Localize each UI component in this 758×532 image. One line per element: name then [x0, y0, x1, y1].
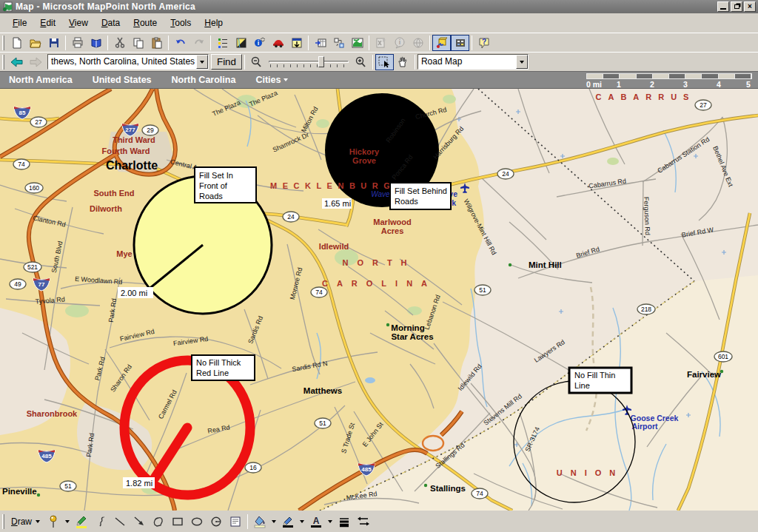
- map-viewport[interactable]: The Plaza The Plaza Milton Rd Shamrock D…: [0, 88, 758, 510]
- draw-menu-button[interactable]: Draw: [7, 515, 44, 528]
- close-button[interactable]: ×: [744, 1, 756, 12]
- nav-north-carolina[interactable]: North Carolina: [172, 75, 236, 85]
- pushpin-button[interactable]: [44, 513, 63, 531]
- pan-tool-button[interactable]: [394, 54, 412, 70]
- scale-cell: [719, 74, 735, 78]
- line-color-icon: [281, 515, 295, 528]
- print-button[interactable]: [68, 35, 87, 51]
- pushpin-dropdown[interactable]: [63, 513, 72, 531]
- toolbar-grip[interactable]: [2, 55, 4, 70]
- zoom-in-button[interactable]: [352, 54, 370, 70]
- find-nearby-button[interactable]: i: [250, 35, 269, 51]
- slider-thumb[interactable]: [318, 56, 324, 67]
- toolbar-grip[interactable]: [2, 36, 4, 50]
- select-tool-button[interactable]: [375, 54, 394, 70]
- address-value[interactable]: thews, North Carolina, United States: [48, 55, 196, 69]
- menu-data[interactable]: Data: [95, 15, 127, 31]
- map-style-combobox[interactable]: Road Map: [417, 54, 529, 70]
- zoom-out-button[interactable]: [247, 54, 266, 70]
- arrow-button[interactable]: [130, 513, 149, 531]
- oval-button[interactable]: [187, 513, 207, 531]
- location-sensor-button[interactable]: [432, 35, 451, 51]
- paste-button[interactable]: [147, 35, 166, 51]
- callout-no-fill-thin[interactable]: No Fill Thin Line: [569, 368, 631, 393]
- window-title: Map - Microsoft MapPoint North America: [16, 1, 716, 12]
- scale-cell: [620, 74, 636, 78]
- route-oval: 74: [13, 159, 30, 169]
- menu-help[interactable]: Help: [198, 15, 229, 31]
- address-combobox[interactable]: thews, North Carolina, United States: [47, 54, 209, 70]
- toolbar-grip[interactable]: [2, 514, 4, 529]
- find-button[interactable]: Find: [211, 54, 242, 70]
- route-planner-button[interactable]: [269, 35, 287, 51]
- radius-circle-button[interactable]: [207, 513, 226, 531]
- open-button[interactable]: [26, 35, 44, 51]
- cut-button[interactable]: [110, 35, 129, 51]
- county-label: CABARRUS: [596, 92, 696, 101]
- toolbar-separator: [65, 36, 66, 50]
- back-button[interactable]: [7, 54, 26, 70]
- nav-cities[interactable]: Cities: [255, 75, 288, 85]
- address-dropdown-button[interactable]: [196, 55, 208, 69]
- nav-north-america[interactable]: North America: [9, 75, 73, 85]
- territories-button[interactable]: [348, 35, 366, 51]
- line-color-dropdown[interactable]: [298, 513, 306, 531]
- menu-view[interactable]: View: [62, 15, 95, 31]
- link-data-button[interactable]: [329, 35, 348, 51]
- fill-color-button[interactable]: [250, 513, 269, 531]
- line-weight-button[interactable]: [335, 513, 354, 531]
- legend-overview-button[interactable]: [213, 35, 232, 51]
- menu-edit[interactable]: Edit: [33, 15, 62, 31]
- textbox-button[interactable]: [226, 513, 245, 531]
- svg-text:i: i: [257, 39, 259, 47]
- callout-fill-behind[interactable]: Fill Set Behind Roads: [390, 183, 451, 209]
- show-information-button[interactable]: [287, 35, 306, 51]
- close-icon: ×: [748, 2, 752, 10]
- undo-button[interactable]: [171, 35, 190, 51]
- scale-cell: [669, 74, 685, 78]
- line-color-button[interactable]: [278, 513, 298, 531]
- scribble-button[interactable]: [91, 513, 110, 531]
- import-data-button[interactable]: [311, 35, 329, 51]
- minimize-button[interactable]: [717, 1, 729, 12]
- help-button[interactable]: ?: [474, 35, 493, 51]
- web-page-button[interactable]: [409, 35, 427, 51]
- slider-track[interactable]: [269, 61, 349, 63]
- save-button[interactable]: [44, 35, 63, 51]
- font-color-button[interactable]: A: [306, 513, 326, 531]
- pan-hand-icon: [397, 56, 409, 68]
- zoom-slider[interactable]: [269, 55, 349, 70]
- line-style-button[interactable]: [354, 513, 373, 531]
- redo-button[interactable]: [190, 35, 208, 51]
- line-button[interactable]: [110, 513, 130, 531]
- legend-book-button[interactable]: [87, 35, 105, 51]
- map-settings-button[interactable]: [232, 35, 250, 51]
- freeform-button[interactable]: [149, 513, 168, 531]
- rectangle-button[interactable]: [168, 513, 187, 531]
- map-style-value[interactable]: Road Map: [418, 55, 516, 69]
- properties-button[interactable]: i: [390, 35, 409, 51]
- map-canvas[interactable]: The Plaza The Plaza Milton Rd Shamrock D…: [0, 89, 758, 511]
- restore-button[interactable]: [731, 1, 742, 12]
- new-button[interactable]: [7, 35, 26, 51]
- copy-button[interactable]: [129, 35, 147, 51]
- legend-overview-icon: [217, 37, 229, 49]
- font-color-dropdown[interactable]: [326, 513, 335, 531]
- highlight-button[interactable]: [72, 513, 91, 531]
- callout-no-fill-thick[interactable]: No Fill Thick Red Line: [192, 355, 255, 380]
- menu-route[interactable]: Route: [127, 15, 164, 31]
- menu-file[interactable]: File: [6, 15, 33, 31]
- fill-color-dropdown[interactable]: [269, 513, 278, 531]
- menu-tools[interactable]: Tools: [164, 15, 198, 31]
- export-excel-button[interactable]: [372, 35, 390, 51]
- find-nearby-icon: i: [254, 37, 266, 49]
- route-oval: 521: [24, 262, 41, 272]
- forward-button[interactable]: [26, 54, 44, 70]
- svg-text:74: 74: [18, 161, 25, 168]
- more-tools-button[interactable]: [451, 35, 469, 51]
- map-style-dropdown-button[interactable]: [516, 55, 528, 69]
- route-oval: 601: [714, 351, 732, 362]
- callout-fill-front[interactable]: Fill Set In Front of Roads: [195, 167, 256, 203]
- nav-united-states[interactable]: United States: [93, 75, 152, 85]
- scale-bar: [586, 73, 752, 79]
